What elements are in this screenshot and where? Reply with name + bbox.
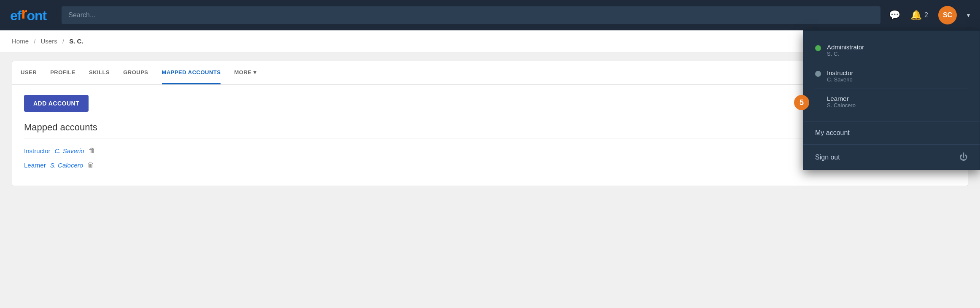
trash-icon-1[interactable]: 🗑: [87, 161, 94, 169]
tab-profile[interactable]: PROFILE: [50, 62, 75, 84]
dropdown-caret-icon[interactable]: ▾: [967, 12, 970, 19]
status-dot-offline: [815, 71, 821, 77]
power-icon: ⏻: [959, 152, 968, 162]
tab-skills[interactable]: SKILLS: [89, 62, 110, 84]
sign-out-label: Sign out: [815, 154, 840, 161]
my-account-link[interactable]: My account: [803, 121, 980, 144]
dropdown-name-1: C. Saverio: [827, 76, 853, 83]
trash-icon-0[interactable]: 🗑: [89, 147, 95, 154]
tab-mapped-accounts[interactable]: MAPPED ACCOUNTS: [162, 62, 221, 84]
tab-more[interactable]: MORE ▾: [234, 62, 256, 84]
dropdown-name-2: S. Calocero: [827, 102, 856, 108]
dropdown-account-administrator[interactable]: Administrator S. C.: [815, 38, 968, 63]
bell-icon: 🔔: [910, 10, 922, 21]
notification-count: 2: [924, 11, 928, 19]
account-name-1: S. Calocero: [50, 162, 83, 169]
user-dropdown-menu: Administrator S. C. Instructor C. Saveri…: [803, 30, 980, 170]
dropdown-name-0: S. C.: [827, 51, 864, 57]
breadcrumb-sep-1: /: [34, 38, 35, 45]
breadcrumb-sep-2: /: [62, 38, 64, 45]
account-name-0: C. Saverio: [55, 147, 84, 154]
status-dot-online: [815, 45, 821, 51]
account-info-instructor: Instructor C. Saverio: [827, 69, 853, 83]
dropdown-account-instructor[interactable]: Instructor C. Saverio: [815, 63, 968, 89]
search-input[interactable]: [62, 6, 880, 24]
dropdown-role-0: Administrator: [827, 43, 864, 51]
dropdown-account-learner[interactable]: Learner S. Calocero: [815, 89, 968, 114]
dropdown-role-1: Instructor: [827, 69, 853, 76]
account-role-0: Instructor: [24, 147, 51, 154]
tab-user[interactable]: USER: [21, 62, 37, 84]
my-account-label: My account: [815, 129, 850, 137]
breadcrumb: Home / Users / S. C.: [12, 38, 83, 45]
logo: efront: [10, 6, 46, 24]
account-info-administrator: Administrator S. C.: [827, 43, 864, 57]
header: efront 💬 🔔 2 SC ▾: [0, 0, 980, 30]
dropdown-role-2: Learner: [827, 95, 856, 102]
account-info-learner: Learner S. Calocero: [827, 95, 856, 108]
logo-text: efront: [10, 6, 46, 24]
tab-groups[interactable]: GROUPS: [123, 62, 148, 84]
badge-5: 5: [794, 95, 809, 110]
add-account-button[interactable]: ADD ACCOUNT: [24, 95, 89, 112]
breadcrumb-users[interactable]: Users: [41, 38, 57, 45]
dropdown-accounts-section: Administrator S. C. Instructor C. Saveri…: [803, 31, 980, 121]
breadcrumb-home[interactable]: Home: [12, 38, 29, 45]
header-icons: 💬 🔔 2 SC ▾: [889, 6, 970, 24]
breadcrumb-current: S. C.: [69, 38, 83, 45]
logo-dot: r: [21, 5, 27, 22]
sign-out-link[interactable]: Sign out ⏻: [803, 144, 980, 170]
bell-wrapper[interactable]: 🔔 2: [910, 10, 928, 21]
chat-icon[interactable]: 💬: [889, 10, 900, 21]
account-role-1: Learner: [24, 162, 46, 169]
avatar-button[interactable]: SC: [938, 6, 957, 24]
